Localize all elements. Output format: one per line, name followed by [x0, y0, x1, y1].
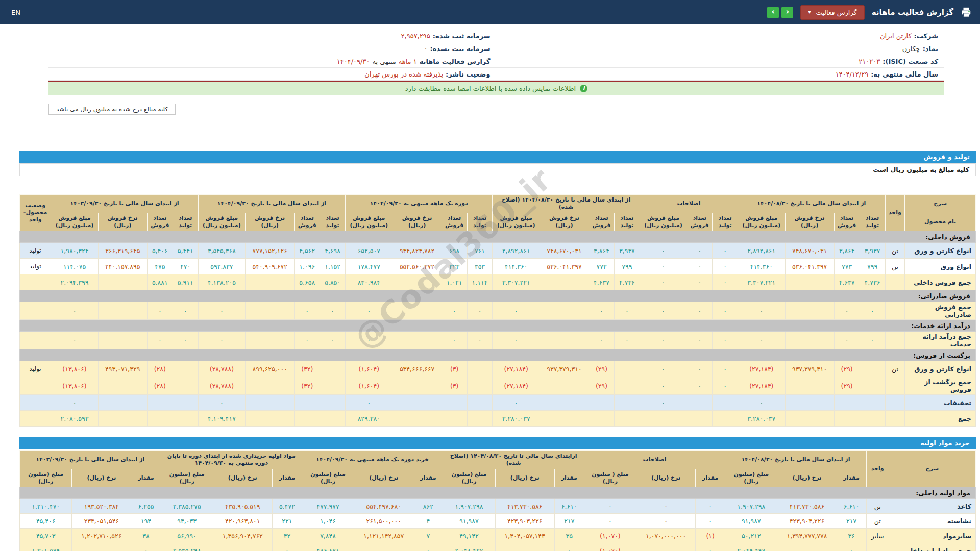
raw-materials-title-bar: خرید مواد اولیه [19, 437, 976, 449]
amounts-unit-note: کلیه مبالغ درج شده به میلیون ریال می باش… [48, 104, 176, 115]
column-header: وضعیت محصول-واحد [20, 195, 51, 231]
subheader-row: مقدارنرخ (ریال)مبلغ (میلیون ریال)مقدارنر… [20, 469, 976, 487]
column-header: تعداد فروش [442, 213, 467, 231]
value-cell: ۰ [131, 543, 161, 551]
navbar-right-group: گزارش فعالیت ماهانه گزارش فعالیت ▾ ‹ › [767, 5, 972, 20]
value-cell: ۰ [493, 395, 540, 411]
value-cell: ۱,۰۴۶ [302, 514, 354, 529]
report-type-dropdown[interactable]: گزارش فعالیت ▾ [800, 5, 864, 20]
column-header: مبلغ فروش (میلیون ریال) [738, 213, 785, 231]
value-cell: (۲۹) [834, 377, 860, 395]
value-cell [834, 411, 860, 427]
value-cell [614, 361, 640, 377]
production-sales-title-bar: تولید و فروش [19, 151, 976, 163]
value-cell: ۲,۰۴۹,۴۹۷ [725, 543, 777, 551]
table-row: جمع فروش داخلی۴,۷۳۶۴,۶۳۷۳,۳۰۷,۲۲۱۰۰۰۴,۷۳… [20, 274, 976, 290]
value-cell: ۳,۹۳۷ [614, 243, 640, 259]
value-cell: ۵۰,۲۱۲ [725, 529, 777, 543]
column-header: نرخ (ریال) [495, 469, 554, 487]
value-cell: ۱,۲۱۰,۴۷۰ [20, 499, 72, 514]
value-cell: ۰ [696, 499, 725, 514]
value-cell: ۰ [173, 332, 198, 349]
value-cell: (۱۳,۸۰۶) [51, 361, 98, 377]
column-header: از ابتدای سال مالی تا تاریخ ۱۴۰۴/۰۸/۳۰ [738, 195, 885, 213]
print-icon[interactable] [961, 7, 972, 18]
section-title: خرید مواد اولیه [920, 439, 970, 447]
value-cell: ۱,۱۱۴ [467, 274, 493, 290]
column-header: از ابتدای سال مالی تا تاریخ ۱۴۰۴/۰۸/۳۰ (… [493, 195, 640, 213]
language-toggle-en[interactable]: EN [11, 9, 20, 16]
value-cell: ۰ [413, 543, 443, 551]
value-cell: ۴۷۷,۹۷۷ [302, 499, 354, 514]
value-cell [173, 377, 198, 395]
value-cell: ۴۷۰ [173, 259, 198, 274]
report-dropdown-label: گزارش فعالیت [816, 9, 856, 16]
value-cell: ۳,۹۳۷ [860, 243, 885, 259]
next-report-button[interactable]: › [781, 7, 793, 18]
value-cell: ۰ [837, 543, 866, 551]
value-cell: ۷۴۸,۶۷۰,۰۳۱ [540, 243, 589, 259]
value-cell: ۰ [738, 302, 785, 320]
column-header: مبلغ (میلیون ریال) [302, 469, 354, 487]
value-cell [354, 543, 413, 551]
value-cell [393, 332, 442, 349]
value-cell [540, 332, 589, 349]
column-header: نرخ فروش (ریال) [540, 213, 589, 231]
value-cell [173, 361, 198, 377]
info-row: سرمایه ثبت نشده:۰ [48, 42, 497, 55]
column-header: تعداد فروش [834, 213, 860, 231]
unit-cell: سایر [866, 529, 889, 543]
column-header: واحد [866, 451, 889, 487]
value-cell: ۰ [636, 514, 695, 529]
status-cell [20, 302, 51, 320]
value-cell [246, 395, 295, 411]
value-cell [295, 395, 320, 411]
subheader-row: نام محصولتعداد تولیدتعداد فروشنرخ فروش (… [20, 213, 976, 231]
value-cell [320, 411, 346, 427]
value-cell: ۵۳۴,۶۶۶,۶۶۷ [393, 361, 442, 377]
section-row: فروش داخلی: [20, 231, 976, 243]
value-cell: ۰ [687, 243, 713, 259]
info-label: گزارش فعالیت ماهانه [420, 58, 491, 65]
value-cell: ۵,۹۱۱ [173, 274, 198, 290]
column-header: شرح [889, 451, 975, 487]
column-header: مبلغ فروش (میلیون ریال) [640, 213, 687, 231]
info-label: وضعیت ناشر: [446, 70, 490, 78]
value-cell: ۰ [584, 514, 636, 529]
value-cell [540, 377, 589, 395]
value-cell: ۴۹,۱۴۲ [443, 529, 495, 543]
info-icon: i [580, 85, 587, 92]
value-cell: ۳,۵۴۵,۳۶۸ [198, 243, 245, 259]
section-row: مواد اولیه داخلی: [20, 487, 976, 499]
value-cell: ۰ [687, 259, 713, 274]
value-cell: ۱,۹۸۰,۳۲۴ [51, 243, 98, 259]
column-header: اصلاحات [584, 451, 725, 469]
value-cell: ۲,۸۹۲,۸۶۱ [738, 243, 785, 259]
value-cell: ۲,۸۹۲,۸۶۱ [493, 243, 540, 259]
value-cell: ۰ [713, 274, 738, 290]
column-header: شرح [905, 195, 976, 213]
value-cell: ۰ [467, 332, 493, 349]
value-cell: ۰ [614, 302, 640, 320]
value-cell: ۵۳۶,۰۴۱,۳۹۷ [785, 259, 834, 274]
row-label-cell: جمع مواد اولیه داخلی [889, 543, 975, 551]
value-cell: ۳۵۳ [467, 259, 493, 274]
value-cell: ۴,۱۰۹,۴۱۷ [198, 411, 245, 427]
value-cell: (۲۷,۱۸۴) [738, 377, 785, 395]
column-header: نرخ (ریال) [72, 469, 131, 487]
value-cell: ۲,۵۳۵,۲۹۸ [161, 543, 213, 551]
value-cell [98, 377, 147, 395]
value-cell: ۰ [738, 395, 785, 411]
row-label-cell: سایرمواد [889, 529, 975, 543]
column-header: نرخ فروش (ریال) [393, 213, 442, 231]
value-cell [98, 411, 147, 427]
column-header: تعداد تولید [467, 213, 493, 231]
unit-cell [885, 302, 905, 320]
prev-report-button[interactable]: ‹ [767, 7, 779, 18]
column-header: از ابتدای سال مالی تا تاریخ ۱۴۰۴/۰۸/۳۰ [725, 451, 866, 469]
value-cell: ۵,۴۷۲ [272, 499, 302, 514]
column-header: تعداد فروش [147, 213, 173, 231]
value-cell: ۷۶۱ [467, 243, 493, 259]
value-cell [393, 302, 442, 320]
value-cell: ۱,۹۰۷,۲۹۸ [443, 499, 495, 514]
